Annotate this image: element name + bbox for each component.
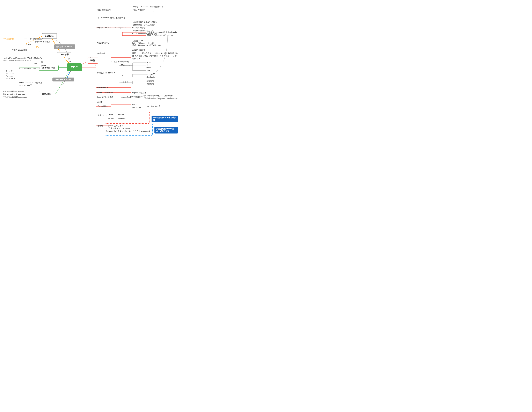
ts-item1: 可能会 OOM xyxy=(132,40,143,42)
pd-main: PD 注册 cdc server ≡ xyxy=(97,72,115,74)
qita-item1: 不知道干啥用 ── processor xyxy=(3,90,26,93)
tiup-label: TiUP 部署 xyxy=(57,52,71,57)
modify-sync-tag: 修改同步属性重现来过此步骤 xyxy=(152,115,178,122)
qita-label: 其他功能 xyxy=(39,91,54,97)
ts-main: TS 内存排序 ≡ xyxy=(97,42,109,44)
gc-item2: 存储释放慢，空间占用变大 xyxy=(132,24,155,26)
biblog-item2: 单层、平面架构 xyxy=(132,9,146,11)
remove-label: remove xyxy=(118,113,124,115)
checkpoint-label: checkpoint xyxy=(146,76,155,78)
line-cdc-qita xyxy=(55,70,70,94)
qita-node: 其他功能 xyxy=(39,91,54,97)
biblog-main: 相比 Binlog 架构 xyxy=(97,9,111,11)
biblog-item1: 不绑定 TiDB-server，业务链接干扰小 xyxy=(132,6,163,8)
ip-label: IP：port xyxy=(146,64,153,67)
do-label: do xyxy=(41,61,43,63)
cdc-server-2-label: cdc server xyxy=(132,107,141,109)
mem-process-label: 内存 | 处理数据 ≡ xyxy=(29,38,43,40)
gc-sub2: 启动时：start ts =》GC safe point xyxy=(147,34,175,37)
gc-item3: GC 时间不稳定 xyxy=(132,27,145,29)
table-sub1: 扩缩容时不修改 ── 可能以后有 xyxy=(146,95,173,97)
capture-role-label: capture 角色权限 xyxy=(132,92,146,94)
gc-item1: 可能出现版本过多影响读性能 xyxy=(132,21,157,23)
task-info-label: 任务信息 xyxy=(121,81,128,84)
magic-state-label: 有个神奇的状态 xyxy=(147,105,161,108)
tiup-node: TiUP 部署 xyxy=(57,52,71,57)
status-label: status xyxy=(146,67,151,69)
tikv-label: TiKV xyxy=(35,46,39,48)
s3-label: 3 = remove xyxy=(6,78,15,80)
qita-item2: 删除 PD 中元信息 ── meta xyxy=(3,93,25,96)
dash1: ── xyxy=(24,38,27,40)
ap-node: ap.tidb.cc 20200601 xyxy=(52,77,74,81)
sink-slash-label: ── sink / ≡ xyxy=(33,57,42,59)
table-label: table 级别分配资源 xyxy=(97,96,113,98)
ap-label: ap.tidb.cc 20200601 xyxy=(52,77,74,81)
cdc-server-label: CDC server xyxy=(121,64,130,66)
faq-step2: 2. 记录 任务 A 的 checkpoint xyxy=(106,127,130,130)
create-label: create xyxy=(108,113,113,115)
ignore-label: ignore xyxy=(41,64,46,67)
only-create-tag: 只需要熟悉 create 流程，反复千万遍 xyxy=(154,127,178,134)
worker-count-label: worker-count=16 xyxy=(19,82,32,84)
role-label: Role xyxy=(146,69,150,71)
faq-label: 差答答 xyxy=(97,125,103,127)
cdc-cli-label: cdc cli xyxy=(132,104,137,105)
table-sub2: 扩缩容后可以先 pause，然后 resume xyxy=(146,97,178,100)
gc-main: 强依赖 TiKV MVCC GC safepoint ≡ xyxy=(97,27,126,29)
recv-tikv-label: ── 接收 tikv 推送数据 xyxy=(32,40,50,43)
uuid-label: UUID xyxy=(146,61,151,64)
basic-info-label: 基础信息 xyxy=(146,80,154,82)
ha-label: 高可用 xyxy=(97,101,103,104)
sink-push-label: sink 推送数据 xyxy=(3,38,14,40)
ts-item3: 目前：转存 disk file 绕行解决 OOM xyxy=(132,44,161,47)
s1-label: 1 = pause xyxy=(6,73,14,75)
resolve-ts-label: resolve TS xyxy=(146,73,155,75)
pd-item1: PD 没了的时候自己想 xyxy=(111,60,129,63)
version-label: 测试版本 v4.0.0-rc.1 xyxy=(54,44,75,49)
admin-job-label: admin job type xyxy=(19,67,31,69)
task-once-label: 任务一次性 xyxy=(97,114,107,117)
cdc-center-node: CDC xyxy=(67,63,82,71)
filter-arrow: ── xyxy=(28,63,30,65)
s0-label: 0 = 正常 xyxy=(6,70,13,72)
status-state-label: ── 状态 xyxy=(34,67,40,70)
table-detail: change feed 第一次创建时分配 xyxy=(121,96,146,98)
pause-scene-label: 神奇的 pause 场景 xyxy=(12,49,27,51)
sink-uri-label2: worker-count=16&max-txn-row=50" xyxy=(3,60,31,62)
scale-item1: 在线扩缩容节点 xyxy=(132,49,146,52)
gc-mvcc-label: GC mvcc xyxy=(25,43,32,46)
capture-label: capture xyxy=(42,33,57,39)
s2-label: 2 = resume xyxy=(6,75,15,77)
tese-node: 特色 xyxy=(87,57,98,64)
resume-label: resume ≡ xyxy=(118,118,125,120)
mindmap-container: CDC capture 测试版本 v4.0.0-rc.1 TiUP 部署 ap.… xyxy=(0,0,178,137)
sync-ctrl-label: ── 同步流控 xyxy=(32,82,42,84)
scale-main: scale-out xyxy=(97,52,105,54)
capture-node: capture xyxy=(42,33,57,39)
owner-label: owner / processor ≡ xyxy=(97,92,113,94)
lb-label: load balance xyxy=(97,86,108,88)
version-node: 测试版本 v4.0.0-rc.1 xyxy=(54,44,75,49)
cdc-label: CDC xyxy=(67,63,82,71)
filter-label: filter xyxy=(34,63,37,65)
max-txn-label: max-txn-row=50 xyxy=(19,84,32,86)
downstream-info-label: 下游信息 xyxy=(146,83,154,85)
subcmd-label: 子命令服务 ≡ xyxy=(97,105,108,108)
pause-label: pause ≡ xyxy=(108,118,114,120)
faq-step1: 1. pause 故障任务 A xyxy=(106,125,123,127)
faq-step3: 3. create 新任务 B，--stare-ts = 任务 A 的 chec… xyxy=(106,130,150,132)
qita-item3: 获取指定集群最新 tso ── tso xyxy=(3,96,27,99)
dashed-arrow-2 xyxy=(63,70,71,85)
tidbserver-main: 与 TiDB-server 相同，本身无状态 xyxy=(97,17,125,19)
scale-item3: 非 Raft 逻辑，类似 M/S 交换同一个断点信息 ── 无关 奇偶 部署 xyxy=(132,55,178,60)
sink-uri-label: --sink-uri "mysql://root:root@127.0.0.1:… xyxy=(3,57,38,59)
tese-label: 特色 xyxy=(87,57,98,64)
ts-sub-label: TS xyxy=(121,75,123,77)
gc-item4: 不建议手动强制 GC xyxy=(132,29,149,32)
